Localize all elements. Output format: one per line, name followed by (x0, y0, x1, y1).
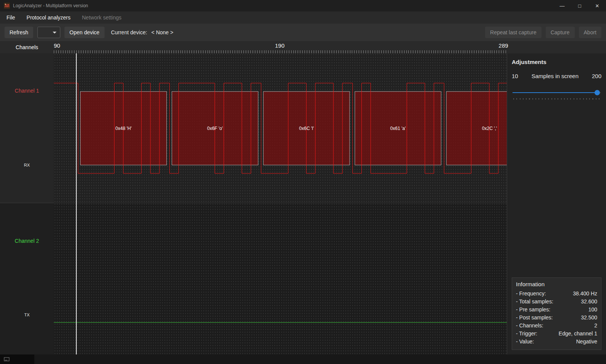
channel1-name[interactable]: Channel 1 (0, 88, 54, 94)
menu-file[interactable]: File (1, 11, 21, 24)
info-row-frequency: - Frequency: 38.400 Hz (516, 290, 597, 298)
app-window: LogicAnalyzer - Multiplatform version — … (0, 0, 606, 364)
uart-byte-box (446, 91, 507, 165)
information-panel: Information - Frequency: 38.400 Hz - Tot… (512, 277, 601, 350)
slider-tickmarks (513, 98, 600, 99)
right-panel: Adjustments 10 Samples in screen 200 Inf… (507, 53, 606, 354)
capture-buttons: Repeat last capture Capture Abort (485, 27, 601, 38)
current-device-label: Current device: (111, 29, 147, 35)
sample-ruler: 90 190 289 (54, 41, 507, 53)
close-button[interactable]: ✕ (588, 0, 606, 11)
info-row-pre-samples: - Pre samples: 100 (516, 306, 597, 314)
open-device-button[interactable]: Open device (64, 27, 105, 38)
waveform-area[interactable]: 0x48 'H'0x6F 'o'0x6C 'l'0x61 'a'0x2C ',' (54, 53, 507, 354)
samples-row: 10 Samples in screen 200 (512, 73, 601, 79)
uart-byte-box (355, 91, 441, 165)
window-title: LogicAnalyzer - Multiplatform version (13, 3, 553, 8)
chevron-down-icon (53, 32, 56, 34)
refresh-button[interactable]: Refresh (5, 27, 33, 38)
info-row-channels: - Channels: 2 (516, 322, 597, 330)
ruler-tick-label: 90 (54, 42, 60, 49)
info-row-trigger: - Trigger: Edge, channel 1 (516, 330, 597, 338)
samples-slider[interactable] (513, 90, 601, 95)
menu-protocol-analyzers[interactable]: Protocol analyzers (21, 11, 76, 24)
info-row-value: - Value: Negative (516, 338, 597, 346)
minimize-button[interactable]: — (553, 0, 571, 11)
channel2-annotation: TX (0, 313, 54, 317)
channel2-name[interactable]: Channel 2 (0, 238, 54, 244)
uart-byte-box (263, 91, 350, 165)
menu-network-settings[interactable]: Network settings (76, 11, 127, 24)
main-area: Channel 1 RX Channel 2 TX 0x48 'H'0x6F '… (0, 53, 606, 354)
app-icon (4, 3, 10, 9)
statusbar (0, 354, 606, 364)
slider-thumb[interactable] (595, 90, 600, 95)
ruler-tick-label: 289 (499, 42, 508, 49)
channel1-label-region (0, 53, 54, 203)
ruler-tickmarks (54, 50, 507, 53)
info-row-post-samples: - Post samples: 32.500 (516, 314, 597, 322)
trigger-marker (76, 53, 77, 354)
statusbar-left (0, 354, 34, 364)
samples-min-value: 10 (512, 73, 518, 79)
capture-button[interactable]: Capture (546, 27, 575, 38)
ruler-row: Channels 90 190 289 (0, 41, 606, 53)
menubar: File Protocol analyzers Network settings (0, 11, 606, 24)
maximize-button[interactable]: □ (571, 0, 588, 11)
waveform-svg (54, 53, 507, 354)
uart-byte-box (172, 91, 258, 165)
toolbar: Refresh Open device Current device: < No… (0, 24, 606, 41)
samples-in-screen-label: Samples in screen (518, 73, 592, 79)
titlebar: LogicAnalyzer - Multiplatform version — … (0, 0, 606, 11)
channel-labels-column: Channel 1 RX Channel 2 TX (0, 53, 54, 354)
window-controls: — □ ✕ (553, 0, 606, 11)
panel-toggle-icon[interactable] (4, 357, 10, 362)
abort-button[interactable]: Abort (579, 27, 601, 38)
channel1-annotation: RX (0, 163, 54, 167)
adjustments-title: Adjustments (512, 59, 601, 65)
information-title: Information (516, 281, 597, 287)
repeat-last-capture-button[interactable]: Repeat last capture (485, 27, 541, 38)
current-device-value: < None > (152, 29, 174, 35)
slider-fill (513, 92, 597, 93)
channels-header: Channels (0, 41, 54, 53)
info-row-total-samples: - Total samples: 32.600 (516, 298, 597, 306)
ruler-tick-label: 190 (275, 42, 284, 49)
samples-current-value: 200 (592, 73, 601, 79)
uart-byte-box (81, 91, 167, 165)
device-dropdown[interactable] (37, 27, 60, 38)
